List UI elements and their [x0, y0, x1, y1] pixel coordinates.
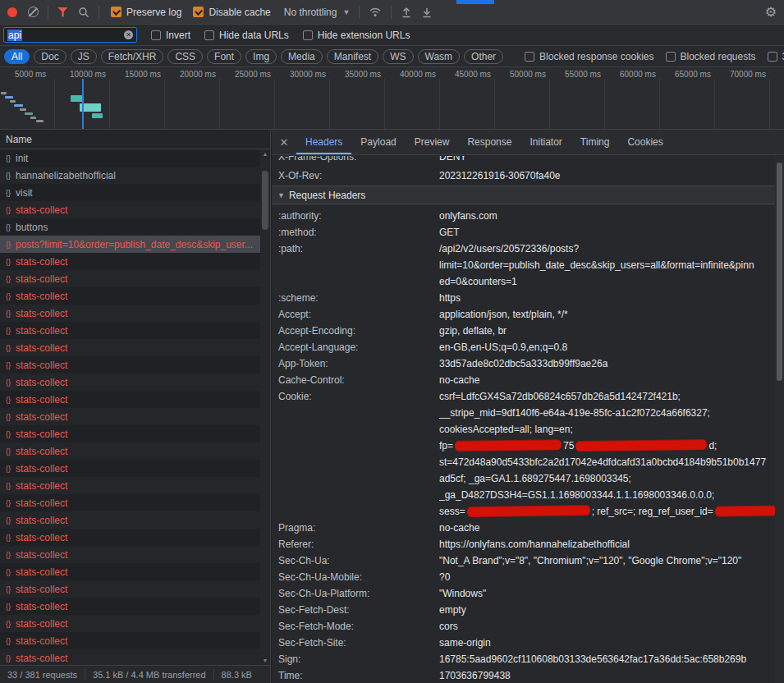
request-row[interactable]: {}stats-collect	[0, 580, 270, 598]
type-filter-wasm[interactable]: Wasm	[418, 49, 461, 64]
checkbox-invert[interactable]: Invert	[151, 30, 190, 41]
header-row: Sign:16785:5aad9602cf110608b03133de56364…	[272, 651, 784, 667]
overview-timeline[interactable]: 5000 ms10000 ms15000 ms20000 ms25000 ms3…	[0, 67, 784, 130]
request-row[interactable]: {}buttons	[0, 218, 270, 236]
request-row[interactable]: {}stats-collect	[0, 546, 270, 563]
header-value: same-origin	[439, 635, 784, 651]
request-row[interactable]: {}stats-collect	[0, 356, 270, 374]
request-row[interactable]: {}stats-collect	[0, 494, 270, 511]
request-row[interactable]: {}stats-collect	[0, 511, 270, 529]
header-value-text: "Not_A Brand";v="8", "Chromium";v="120",…	[439, 555, 741, 566]
type-filter-font[interactable]: Font	[207, 49, 241, 64]
request-row[interactable]: {}visit	[0, 184, 270, 201]
type-filter-doc[interactable]: Doc	[34, 49, 66, 64]
type-filter-fetch-xhr[interactable]: Fetch/XHR	[101, 49, 164, 64]
checkbox-blocked-response-cookies-box[interactable]	[525, 52, 534, 62]
tab-timing[interactable]: Timing	[571, 130, 619, 154]
script-icon: {}	[6, 413, 11, 421]
request-row[interactable]: {}stats-collect	[0, 322, 270, 339]
request-row[interactable]: {}init	[0, 149, 270, 167]
type-filter-img[interactable]: Img	[245, 49, 277, 64]
scrollbar-thumb[interactable]	[777, 163, 782, 381]
details-scrollbar[interactable]	[775, 156, 784, 683]
type-filter-other[interactable]: Other	[464, 49, 503, 64]
checkbox-3rd-party-requests[interactable]: 3rd-party requests	[768, 51, 784, 62]
disable-cache-checkbox[interactable]: Disable cache	[193, 7, 270, 18]
request-row[interactable]: {}stats-collect	[0, 460, 270, 477]
request-row[interactable]: {}stats-collect	[0, 632, 270, 649]
request-name: stats-collect	[16, 549, 79, 561]
filter-input-value: api	[7, 30, 22, 41]
request-row[interactable]: {}stats-collect	[0, 201, 270, 218]
request-row[interactable]: {}stats-collect	[0, 598, 270, 615]
header-value: https	[439, 290, 784, 306]
type-filter-ws[interactable]: WS	[383, 49, 413, 64]
checkbox-blocked-requests[interactable]: Blocked requests	[666, 51, 756, 62]
checkbox-blocked-response-cookies[interactable]: Blocked response cookies	[525, 51, 653, 62]
type-filter-css[interactable]: CSS	[167, 49, 203, 64]
checkbox-3rd-party-requests-box[interactable]	[768, 52, 777, 62]
checkbox-invert-box[interactable]	[151, 30, 161, 40]
request-row[interactable]: {}stats-collect	[0, 339, 270, 356]
disable-cache-checkbox-box[interactable]	[193, 7, 204, 17]
import-har-button[interactable]	[401, 7, 412, 18]
clear-log-button[interactable]	[28, 7, 39, 17]
type-filter-all[interactable]: All	[4, 49, 30, 64]
tab-headers[interactable]: Headers	[296, 130, 351, 154]
header-row: Sec-Ch-Ua:"Not_A Brand";v="8", "Chromium…	[272, 552, 784, 569]
request-row[interactable]: {}stats-collect	[0, 270, 270, 287]
type-filter-js[interactable]: JS	[71, 49, 97, 64]
scrollbar-thumb[interactable]	[262, 171, 268, 230]
scroll-up-icon[interactable]: ▲	[260, 151, 270, 157]
tab-cookies[interactable]: Cookies	[618, 130, 672, 154]
throttling-dropdown[interactable]: No throttling ▼	[284, 7, 351, 18]
request-row[interactable]: {}stats-collect	[0, 305, 270, 322]
request-row[interactable]: {}posts?limit=10&order=publish_date_desc…	[0, 236, 270, 253]
request-row[interactable]: {}hannahelizabethofficial	[0, 167, 270, 184]
tab-initiator[interactable]: Initiator	[520, 130, 571, 154]
request-row[interactable]: {}stats-collect	[0, 391, 270, 408]
request-row[interactable]: {}stats-collect	[0, 374, 270, 391]
request-row[interactable]: {}stats-collect	[0, 615, 270, 632]
request-row[interactable]: {}stats-collect	[0, 563, 270, 580]
checkbox-hide-extension-urls[interactable]: Hide extension URLs	[303, 30, 410, 41]
filter-input[interactable]: api ✕	[3, 27, 137, 43]
close-details-button[interactable]: ✕	[272, 130, 296, 154]
request-details-panel: ✕ HeadersPayloadPreviewResponseInitiator…	[272, 130, 784, 683]
tab-preview[interactable]: Preview	[406, 130, 459, 154]
request-headers-section[interactable]: ▼ Request Headers	[272, 186, 784, 204]
request-row[interactable]: {}stats-collect	[0, 408, 270, 425]
preserve-log-checkbox-box[interactable]	[111, 7, 121, 17]
checkbox-hide-extension-urls-box[interactable]	[303, 30, 313, 40]
script-icon: {}	[6, 637, 11, 645]
request-row[interactable]: {}stats-collect	[0, 529, 270, 546]
request-row[interactable]: {}stats-collect	[0, 287, 270, 305]
name-column-header[interactable]: Name	[0, 130, 270, 149]
type-filter-manifest[interactable]: Manifest	[327, 49, 378, 64]
export-har-button[interactable]	[421, 7, 433, 18]
scroll-down-icon[interactable]: ▼	[260, 658, 270, 663]
tab-response[interactable]: Response	[458, 130, 520, 154]
request-row[interactable]: {}stats-collect	[0, 442, 270, 460]
checkbox-hide-data-urls-label: Hide data URLs	[219, 30, 289, 41]
script-icon: {}	[6, 223, 11, 231]
preserve-log-checkbox[interactable]: Preserve log	[111, 7, 181, 18]
request-row[interactable]: {}stats-collect	[0, 649, 270, 665]
request-row[interactable]: {}stats-collect	[0, 425, 270, 442]
type-filter-media[interactable]: Media	[281, 49, 323, 64]
record-button[interactable]	[7, 7, 17, 17]
request-list-scrollbar[interactable]: ▲ ▼	[260, 149, 270, 665]
checkbox-hide-data-urls[interactable]: Hide data URLs	[204, 30, 289, 41]
tab-payload[interactable]: Payload	[351, 130, 405, 154]
clear-filter-icon[interactable]: ✕	[124, 30, 133, 39]
checkbox-blocked-requests-box[interactable]	[666, 52, 676, 62]
type-filter-list: AllDocJSFetch/XHRCSSFontImgMediaManifest…	[4, 49, 503, 64]
checkbox-hide-data-urls-box[interactable]	[204, 30, 214, 40]
script-icon: {}	[6, 516, 11, 525]
filter-icon[interactable]	[57, 7, 68, 17]
search-icon[interactable]	[78, 7, 89, 18]
request-row[interactable]: {}stats-collect	[0, 477, 270, 494]
network-conditions-icon[interactable]	[369, 7, 382, 17]
settings-gear-icon[interactable]: ⚙	[765, 4, 777, 20]
request-row[interactable]: {}stats-collect	[0, 253, 270, 270]
